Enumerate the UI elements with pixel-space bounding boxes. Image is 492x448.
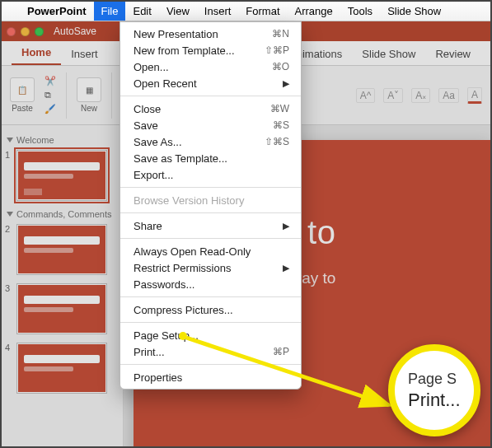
menu-item-passwords[interactable]: Passwords... (120, 276, 301, 292)
paste-button[interactable]: 📋 Paste (10, 77, 35, 113)
magnifier-line1: Page S (408, 371, 474, 388)
change-case[interactable]: Aa (438, 88, 459, 103)
tab-insert[interactable]: Insert (61, 43, 108, 65)
menu-item-share[interactable]: Share▶ (120, 217, 301, 234)
slide-thumb-3[interactable]: 3 (5, 283, 119, 334)
menu-shortcut: ⌘S (273, 119, 289, 131)
menu-item-export[interactable]: Export... (120, 166, 301, 183)
new-slide-button[interactable]: ▦ New (77, 77, 101, 113)
thumb (16, 343, 107, 394)
menu-slideshow[interactable]: Slide Show (380, 2, 448, 21)
menu-item-label: Restrict Permissions (134, 262, 278, 274)
menu-item-save-as[interactable]: Save As...⇧⌘S (120, 133, 301, 150)
new-slide-icon: ▦ (77, 77, 101, 102)
menu-item-label: Browse Version History (134, 194, 289, 207)
minimize-window-icon[interactable] (21, 27, 30, 36)
section-label: Commands, Comments (16, 209, 112, 219)
menu-view[interactable]: View (159, 2, 197, 21)
menu-item-label: Share (134, 220, 278, 232)
menu-separator (120, 296, 301, 297)
menu-file[interactable]: File (94, 2, 126, 21)
menu-item-browse-version-history: Browse Version History (120, 192, 301, 208)
menu-item-label: Export... (134, 169, 289, 181)
menu-item-open-recent[interactable]: Open Recent▶ (120, 75, 301, 91)
chevron-down-icon (7, 212, 13, 217)
menu-item-open[interactable]: Open...⌘O (120, 58, 301, 75)
menu-shortcut: ⇧⌘P (265, 44, 289, 56)
menu-item-label: Passwords... (134, 278, 289, 291)
zoom-window-icon[interactable] (35, 27, 44, 36)
font-size-down[interactable]: A˅ (383, 88, 403, 103)
magnifier-line2: Print... (408, 390, 474, 411)
font-size-up[interactable]: A^ (356, 88, 376, 103)
app-name: PowerPoint (20, 5, 94, 17)
clipboard-tools: ✂️ ⧉ 🖌️ (45, 76, 56, 114)
menu-tools[interactable]: Tools (340, 2, 380, 21)
menu-shortcut: ⌘W (270, 103, 289, 114)
menu-item-page-setup[interactable]: Page Setup... (120, 327, 301, 343)
menu-item-label: Open Recent (134, 77, 278, 90)
menu-item-label: New Presentation (134, 28, 272, 40)
submenu-arrow-icon: ▶ (283, 263, 289, 273)
section-welcome[interactable]: Welcome (7, 135, 119, 145)
menu-format[interactable]: Format (238, 2, 287, 21)
menu-edit[interactable]: Edit (125, 2, 158, 21)
menu-item-save[interactable]: Save⌘S (120, 117, 301, 133)
menu-item-label: Always Open Read-Only (134, 245, 289, 258)
menu-shortcut: ⌘N (272, 28, 289, 40)
menu-item-save-as-template[interactable]: Save as Template... (120, 150, 301, 166)
clear-format[interactable]: Aₓ (411, 88, 430, 103)
menu-item-new-from-template[interactable]: New from Template...⇧⌘P (120, 42, 301, 58)
annotation-magnifier: Page S Print... (388, 344, 480, 436)
slide-number: 4 (5, 343, 12, 352)
thumb (16, 283, 107, 334)
font-color[interactable]: A (467, 87, 482, 104)
menu-separator (120, 238, 301, 239)
format-painter-icon[interactable]: 🖌️ (45, 104, 56, 114)
menu-separator (120, 96, 301, 96)
menu-item-label: Properties (134, 371, 289, 384)
menu-separator (120, 322, 301, 323)
cut-icon[interactable]: ✂️ (45, 76, 56, 86)
tab-slideshow[interactable]: Slide Show (352, 43, 425, 65)
new-slide-label1: New (81, 104, 97, 113)
menu-separator (120, 212, 301, 213)
menu-insert[interactable]: Insert (197, 2, 239, 21)
menu-item-print[interactable]: Print...⌘P (120, 343, 301, 360)
autosave-label: AutoSave (54, 26, 96, 37)
paste-label: Paste (12, 104, 33, 113)
menu-item-compress-pictures[interactable]: Compress Pictures... (120, 301, 301, 318)
menu-item-label: Save as Template... (134, 152, 289, 165)
menu-shortcut: ⇧⌘S (265, 136, 289, 147)
menu-item-label: Print... (134, 346, 273, 358)
file-menu-dropdown: New Presentation⌘NNew from Template...⇧⌘… (119, 21, 302, 390)
section-commands[interactable]: Commands, Comments (7, 209, 119, 219)
menu-item-properties[interactable]: Properties (120, 369, 301, 385)
menu-item-close[interactable]: Close⌘W (120, 100, 301, 117)
slide-thumb-2[interactable]: 2 (5, 224, 119, 275)
tab-review[interactable]: Review (425, 43, 480, 65)
slide-number: 2 (5, 224, 12, 234)
thumb (16, 224, 107, 275)
submenu-arrow-icon: ▶ (283, 78, 289, 89)
menu-item-new-presentation[interactable]: New Presentation⌘N (120, 26, 301, 42)
menu-item-restrict-permissions[interactable]: Restrict Permissions▶ (120, 259, 301, 276)
menu-separator (120, 364, 301, 365)
clipboard-icon: 📋 (10, 77, 35, 102)
menu-item-always-open-read-only[interactable]: Always Open Read-Only (120, 243, 301, 259)
slide-thumb-4[interactable]: 4 (5, 343, 119, 394)
close-window-icon[interactable] (7, 27, 16, 36)
thumb (16, 150, 107, 201)
menu-item-label: Open... (134, 61, 272, 73)
mac-menubar: PowerPoint File Edit View Insert Format … (2, 2, 490, 21)
copy-icon[interactable]: ⧉ (45, 90, 56, 100)
slide-panel: Welcome 1 Commands, Comments 2 3 4 (2, 125, 124, 446)
menu-separator (120, 187, 301, 188)
menu-item-label: Compress Pictures... (134, 304, 289, 316)
menu-arrange[interactable]: Arrange (288, 2, 340, 21)
section-label: Welcome (16, 135, 54, 145)
menu-item-label: Save (134, 119, 273, 132)
menu-item-label: Close (134, 103, 270, 115)
tab-home[interactable]: Home (12, 41, 61, 65)
slide-thumb-1[interactable]: 1 (5, 150, 119, 201)
